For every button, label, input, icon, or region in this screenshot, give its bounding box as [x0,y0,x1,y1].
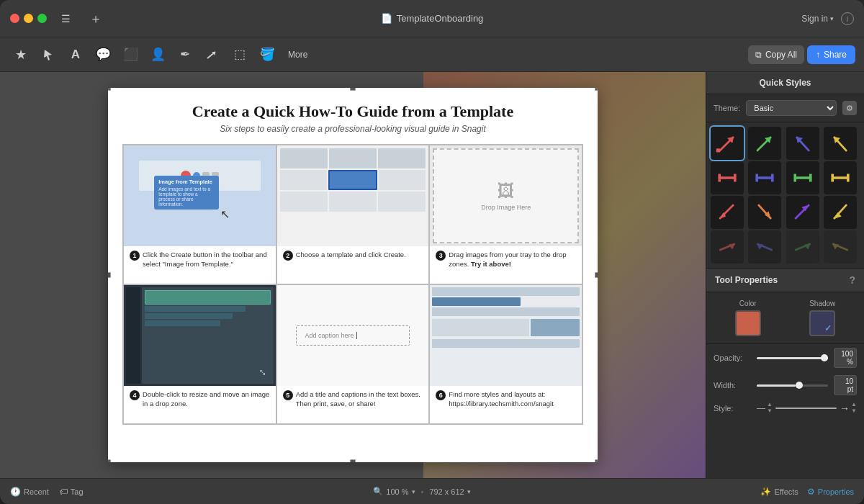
help-button[interactable]: ? [849,274,855,286]
step-2-img-content [277,145,429,246]
style-item-4[interactable] [824,127,857,160]
bottom-bar: 🕐 Recent 🏷 Tag 🔍 100 % ▾ • 792 x 612 ▾ ✨… [0,478,864,504]
handle-br[interactable] [595,459,598,462]
step-4-desc: 4 Double-click to resize and move an ima… [124,386,276,423]
handle-tr[interactable] [595,88,598,91]
style-arrow-up-chevron[interactable]: ▲ [851,402,857,408]
opacity-value: 100 % [834,348,857,368]
document: Create a Quick How-To Guide from a Templ… [108,88,598,462]
style-item-8[interactable] [824,161,857,194]
more-button[interactable]: More [282,47,313,63]
toolbar: ★ A 💬 ⬛ 👤 ✒ ⬚ 🪣 More ⧉ Copy All ↑ Share [0,37,864,72]
shadow-swatch[interactable] [809,310,835,336]
text-tool[interactable]: A [63,42,88,67]
theme-select[interactable]: Basic [746,100,837,116]
titlebar-left: ☰ ＋ [10,7,107,30]
style-item-10[interactable] [748,196,781,229]
handle-tl[interactable] [108,88,111,91]
text-cursor [356,332,359,339]
favorite-tool[interactable]: ★ [9,42,33,67]
color-swatch[interactable] [735,310,761,336]
caption-textbox[interactable]: Add caption here [296,325,410,346]
selection-tool[interactable]: ⬚ [228,42,252,67]
step-2-desc: 2 Choose a template and click Create. [277,246,429,284]
style-item-14[interactable] [748,230,781,264]
sidebar-toggle-button[interactable]: ☰ [54,7,77,30]
bottom-right: ✨ Effects ⚙ Properties [760,487,854,497]
pointer-tool[interactable] [36,42,60,67]
style-item-2[interactable] [748,127,781,160]
step-1-image: Image from Template Add images and text … [124,145,276,246]
width-row: Width: 10 pt [706,372,864,399]
add-button[interactable]: ＋ [84,7,107,30]
separator: • [421,487,424,496]
style-item-16[interactable] [824,230,857,264]
zoom-icon: 🔍 [373,487,383,496]
step-4-image: ↔ [124,285,276,386]
style-down-chevron[interactable]: ▼ [767,408,773,414]
style-item-6[interactable] [748,161,781,194]
bottom-center: 🔍 100 % ▾ • 792 x 612 ▾ [84,487,761,496]
pen-tool[interactable]: ✒ [173,42,197,67]
quick-styles-header: Quick Styles [706,72,864,94]
stamp-tool[interactable]: 👤 [145,42,170,67]
minimize-button[interactable] [24,14,33,23]
handle-tc[interactable] [350,88,356,91]
shadow-prop: Shadow [788,300,858,336]
copy-icon: ⧉ [755,50,762,60]
handle-bl[interactable] [108,459,111,462]
style-item-13[interactable] [711,230,744,264]
svg-marker-30 [834,212,842,219]
copy-all-button[interactable]: ⧉ Copy All [748,45,804,64]
handle-mr[interactable] [595,272,598,278]
info-button[interactable]: i [841,12,854,25]
tag-button[interactable]: 🏷 Tag [59,487,84,497]
style-item-1[interactable] [711,127,744,160]
arrow-tool[interactable] [200,42,225,67]
fill-tool[interactable]: 🪣 [255,42,279,67]
opacity-row: Opacity: 100 % [706,344,864,372]
canvas-area[interactable]: Create a Quick How-To Guide from a Templ… [0,72,706,478]
style-item-9[interactable] [711,196,744,229]
drop-zone-label: Drop Image Here [481,204,531,211]
step-4-cell: ↔ 4 Double-click to resize and move an i… [123,284,276,424]
style-item-7[interactable] [786,161,819,194]
titlebar-right: Sign in ▾ i [801,12,854,25]
recent-button[interactable]: 🕐 Recent [10,487,49,497]
right-panel: Quick Styles Theme: Basic ⚙ [706,72,864,478]
step-2-cell: 2 Choose a template and click Create. [276,145,430,284]
style-item-12[interactable] [824,196,857,229]
step-1-cell: Image from Template Add images and text … [123,145,276,284]
properties-button[interactable]: ⚙ Properties [807,487,854,497]
signin-button[interactable]: Sign in ▾ [801,14,834,24]
style-arrow-down-chevron[interactable]: ▼ [851,408,857,414]
opacity-slider-thumb[interactable] [821,354,828,361]
close-button[interactable] [10,14,19,23]
step-3-img-content[interactable]: 🖼 Drop Image Here [433,148,579,243]
style-item-11[interactable] [786,196,819,229]
step1-tooltip: Image from Template Add images and text … [154,176,219,210]
handle-ml[interactable] [108,272,111,278]
titlebar-center: 📄 TemplateOnboarding [381,13,484,24]
shape-tool[interactable]: ⬛ [118,42,143,67]
step-3-cell: 🖼 Drop Image Here 3 Drag images from you… [429,145,582,284]
bottom-left: 🕐 Recent 🏷 Tag [10,487,84,497]
style-item-15[interactable] [786,230,819,264]
titlebar: ☰ ＋ 📄 TemplateOnboarding Sign in ▾ i [0,0,864,37]
opacity-slider[interactable] [757,357,828,359]
style-item-5[interactable] [711,161,744,194]
zoom-value: 100 % [386,487,408,496]
width-slider[interactable] [757,384,828,387]
style-item-3[interactable] [786,127,819,160]
style-row: Style: — ▲ ▼ → ▲ [706,399,864,417]
share-button[interactable]: ↑ Share [807,45,855,64]
callout-tool[interactable]: 💬 [91,42,115,67]
step-3-image: 🖼 Drop Image Here [430,145,582,246]
width-slider-thumb[interactable] [796,382,803,389]
theme-settings-button[interactable]: ⚙ [842,101,857,115]
step-1-img-content: Image from Template Add images and text … [124,145,276,246]
maximize-button[interactable] [37,14,47,23]
effects-button[interactable]: ✨ Effects [760,487,798,497]
handle-bc[interactable] [350,459,356,462]
style-up-chevron[interactable]: ▲ [767,402,773,408]
